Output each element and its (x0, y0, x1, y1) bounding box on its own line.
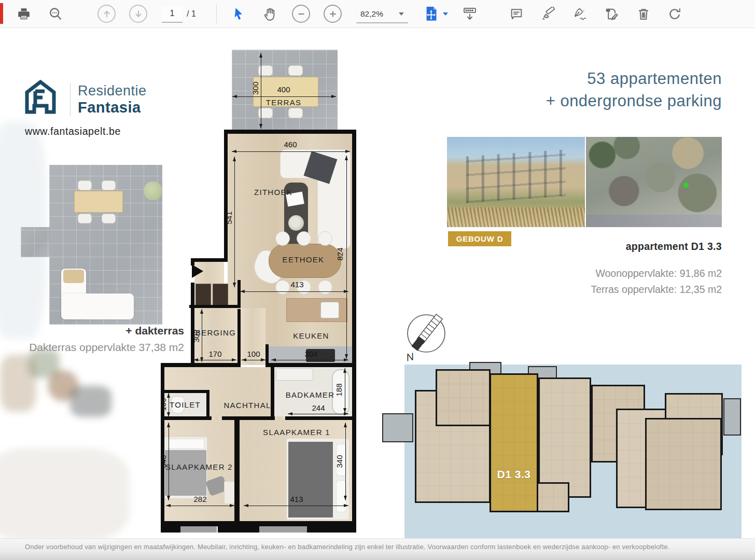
brand-name: Residentie Fantasia (70, 83, 147, 116)
wall (224, 130, 228, 258)
dimension-line (240, 291, 348, 292)
street (586, 215, 722, 227)
furniture-cabinet (195, 284, 211, 305)
previous-page-button[interactable] (97, 0, 116, 27)
entrance-arrow-icon (192, 264, 203, 278)
room-label-slaapkamer1: SLAAPKAMER 1 (263, 428, 330, 437)
dimension-line (232, 96, 336, 97)
window-edge-accent (0, 3, 3, 24)
dimension-line (261, 53, 261, 129)
page-number-input[interactable]: 1 (162, 6, 183, 23)
building-facade (466, 150, 566, 204)
apartment-title: appartement D1 3.3 (519, 241, 722, 253)
wall (234, 420, 240, 523)
disclaimer-text: Onder voorbehoud van wijzigingen en maat… (25, 543, 669, 551)
furniture-chair (102, 214, 116, 223)
zoom-level-dropdown[interactable]: 82,2% (356, 5, 408, 23)
wall (189, 305, 241, 308)
overview-unit-highlighted (490, 373, 538, 512)
comment-tool-button[interactable] (507, 0, 526, 27)
print-button[interactable] (16, 0, 32, 27)
wall (237, 280, 241, 307)
location-dot (683, 183, 689, 188)
page-footer: Onder voorbehoud van wijzigingen en maat… (0, 538, 755, 560)
page-headline: 53 appartementen + ondergrondse parking (462, 94, 722, 112)
next-page-button[interactable] (129, 0, 147, 27)
dimension-line (242, 360, 265, 360)
zoom-in-button[interactable] (324, 0, 342, 27)
dimension-line (234, 157, 235, 287)
chevron-down-icon (443, 12, 448, 16)
rotate-button[interactable] (665, 0, 684, 27)
aerial-photo (586, 137, 722, 227)
wall (206, 390, 209, 420)
brand-website: www.fantasiapelt.be (25, 125, 121, 137)
overview-terrace (382, 413, 413, 442)
dimension-line (244, 506, 348, 506)
furniture-cabinet (213, 284, 228, 305)
hand-tool-button[interactable] (261, 0, 279, 27)
gebouw-badge: GEBOUW D (448, 231, 511, 246)
dimension-line (193, 360, 236, 360)
dimension-line (288, 414, 348, 414)
delete-button[interactable] (634, 0, 653, 27)
dimension-line (271, 360, 348, 360)
wall (161, 363, 241, 367)
select-tool-button[interactable] (230, 0, 247, 27)
furniture-blanket (288, 442, 333, 517)
brand-logo (24, 80, 57, 116)
room-label-keuken: KEUKEN (293, 331, 329, 340)
page-total-label: / 1 (187, 6, 196, 22)
fit-page-button[interactable] (422, 0, 440, 27)
dakterras-title: + dakterras (60, 325, 184, 337)
zoom-out-button[interactable] (292, 0, 310, 27)
wall (237, 309, 241, 364)
furniture-chair (318, 280, 332, 295)
dimension-line (166, 506, 234, 506)
fit-options-caret[interactable] (442, 0, 449, 27)
dimension-label: 304 (304, 349, 317, 358)
room-label-toilet: TOILET (170, 400, 201, 409)
overview-unit (645, 418, 722, 510)
furniture-chair (78, 180, 92, 190)
dimension-line (345, 368, 345, 413)
wall (265, 363, 356, 367)
overview-unit (436, 369, 491, 426)
furniture-vanity (276, 368, 313, 381)
dimension-line (169, 393, 169, 417)
door-opening (212, 416, 222, 420)
dimension-line (232, 151, 350, 152)
building-grasses (447, 207, 585, 227)
pdf-toolbar: 1 / 1 82,2% (0, 0, 755, 28)
chevron-down-icon (399, 12, 404, 16)
living-area-label: Woonoppervlakte: 91,86 m2 (519, 268, 722, 279)
background-chair (70, 386, 111, 417)
highlight-tool-button[interactable] (539, 0, 558, 27)
room-label-eethoek: EETHOEK (283, 255, 325, 264)
dimension-label: 413 (290, 280, 303, 289)
balcony-door (180, 526, 217, 533)
compass-icon: N (403, 309, 453, 363)
brand-line1: Residentie (78, 83, 147, 99)
background-sofa (0, 448, 130, 541)
furniture-plant (144, 181, 162, 200)
wall (164, 416, 352, 420)
furniture-chair (78, 214, 92, 223)
zoom-level-value: 82,2% (360, 9, 383, 19)
headline-line2: + ondergrondse parking (462, 90, 722, 112)
building-photo (447, 137, 585, 227)
furniture-chair (318, 231, 332, 246)
room-label-berging: BERGING (195, 328, 236, 337)
dimension-label: 282 (193, 495, 206, 503)
wall (271, 367, 274, 416)
sign-tool-button[interactable] (571, 0, 590, 27)
room-label-badkamer: BADKAMER (286, 390, 335, 399)
brand-line2: Fantasia (78, 99, 147, 116)
document-page: Residentie Fantasia www.fantasiapelt.be … (0, 28, 755, 538)
edit-page-button[interactable] (602, 0, 621, 27)
wall (218, 521, 259, 533)
scroll-mode-button[interactable] (460, 0, 479, 27)
wall (164, 390, 209, 393)
search-button[interactable] (47, 0, 64, 27)
furniture-chair (288, 108, 303, 118)
